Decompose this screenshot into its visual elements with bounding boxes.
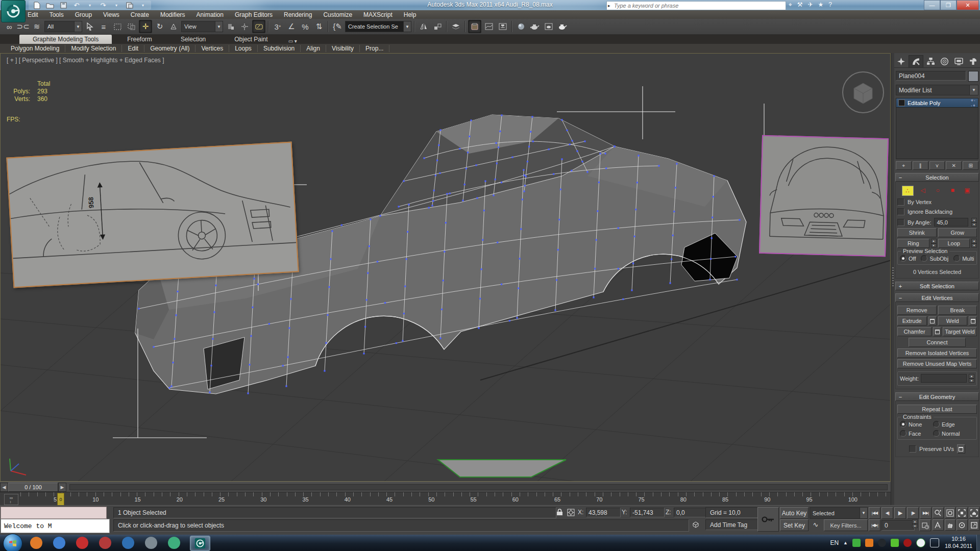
mesh-vertex[interactable]	[710, 258, 712, 260]
target-weld-button[interactable]: Target Weld	[943, 327, 977, 336]
weight-spinner[interactable]: ▲▼	[969, 374, 974, 383]
current-frame-field[interactable]: 0	[881, 520, 915, 531]
time-configuration-icon[interactable]	[919, 519, 931, 531]
mesh-vertex[interactable]	[439, 337, 441, 339]
percent-snap-icon[interactable]: %	[299, 20, 311, 33]
pin-stack-icon[interactable]: ⌖	[896, 161, 912, 170]
make-unique-icon[interactable]: ⋎	[929, 161, 945, 170]
repeat-last-button[interactable]: Repeat Last	[897, 405, 977, 414]
spinner-snap-icon[interactable]: ⇅	[313, 20, 325, 33]
mesh-vertex[interactable]	[499, 131, 501, 132]
mesh-vertex[interactable]	[449, 192, 451, 194]
mesh-vertex[interactable]	[556, 279, 557, 281]
mesh-vertex[interactable]	[734, 256, 736, 257]
mesh-vertex[interactable]	[441, 309, 443, 310]
preserve-uvs-checkbox[interactable]	[909, 445, 916, 453]
absolute-offset-mode-icon[interactable]	[566, 507, 576, 517]
key-filters-button[interactable]: Key Filters...	[824, 519, 868, 531]
mesh-vertex[interactable]	[713, 196, 714, 197]
ring-spinner[interactable]: ▲▼	[931, 239, 937, 247]
search-history-icon[interactable]: ▸	[607, 3, 613, 8]
mesh-vertex[interactable]	[522, 198, 523, 200]
stack-item-editable-poly[interactable]: Editable Poly +··+	[896, 98, 978, 108]
taskbar-app-icon[interactable]	[27, 536, 46, 550]
rendered-frame-window-icon[interactable]	[543, 20, 555, 33]
viewport-label[interactable]: [ + ] [ Perspective ] [ Smooth + Highlig…	[7, 57, 164, 64]
tray-icon-red[interactable]	[903, 539, 912, 547]
mesh-vertex[interactable]	[403, 313, 405, 314]
mesh-vertex[interactable]	[501, 182, 502, 183]
mesh-vertex[interactable]	[518, 287, 519, 289]
key-mode-dropdown[interactable]: Selected▼	[810, 507, 868, 519]
y-coordinate-field[interactable]: -51,743	[630, 508, 665, 517]
minimize-button[interactable]: —	[924, 0, 940, 10]
mesh-vertex[interactable]	[596, 239, 597, 241]
mesh-vertex[interactable]	[268, 323, 270, 324]
reference-coordinate-dropdown[interactable]: View▼	[181, 21, 223, 32]
time-ruler[interactable]: ▭↕ 5101520253035404550556065707580859095…	[0, 492, 891, 506]
menu-item[interactable]: Group	[75, 11, 92, 18]
show-desktop-button[interactable]	[976, 535, 980, 551]
remove-button[interactable]: Remove	[897, 306, 937, 315]
remove-unused-map-verts-button[interactable]: Remove Unused Map Verts	[897, 359, 977, 368]
mesh-vertex[interactable]	[445, 222, 447, 223]
default-in-out-tangent-icon[interactable]: ∿	[810, 519, 822, 530]
project-folder-icon[interactable]	[126, 1, 134, 9]
mesh-vertex[interactable]	[168, 387, 170, 388]
constraint-normal-radio[interactable]	[933, 430, 940, 437]
tab-hierarchy[interactable]	[923, 55, 938, 67]
mesh-vertex[interactable]	[476, 197, 478, 199]
help-icon[interactable]: ?	[828, 1, 832, 8]
mesh-vertex[interactable]	[330, 258, 331, 260]
infocenter-search[interactable]: ▸	[606, 1, 786, 10]
mesh-vertex[interactable]	[435, 174, 436, 176]
menu-item[interactable]: Views	[103, 11, 119, 18]
mesh-vertex[interactable]	[496, 142, 497, 144]
constraint-face-radio[interactable]	[900, 430, 906, 437]
qat-customize-icon[interactable]: ▾	[139, 1, 147, 9]
mesh-vertex[interactable]	[432, 200, 434, 202]
angle-spinner[interactable]: ▲▼	[971, 218, 977, 227]
mesh-vertex[interactable]	[709, 279, 710, 280]
connect-button[interactable]: Connect	[909, 338, 966, 347]
schematic-view-icon[interactable]	[497, 20, 509, 33]
save-file-icon[interactable]	[59, 1, 67, 9]
taskbar-app-icon[interactable]	[50, 536, 69, 550]
mesh-vertex[interactable]	[548, 148, 549, 150]
mesh-vertex[interactable]	[377, 261, 378, 262]
close-button[interactable]: ✕	[957, 0, 979, 10]
mesh-vertex[interactable]	[622, 298, 624, 300]
menu-item[interactable]: Animation	[197, 11, 224, 18]
mesh-vertex[interactable]	[324, 370, 325, 371]
tray-expand-icon[interactable]: ▲	[843, 540, 848, 545]
field-of-view-icon[interactable]	[933, 519, 944, 531]
select-by-name-icon[interactable]: ≡	[97, 20, 110, 33]
object-color-swatch[interactable]	[968, 71, 978, 82]
mesh-vertex[interactable]	[403, 180, 404, 182]
redo-icon[interactable]: ↷	[99, 1, 107, 9]
mesh-vertex[interactable]	[672, 235, 674, 236]
mesh-vertex[interactable]	[478, 327, 479, 329]
select-and-scale-icon[interactable]	[167, 20, 180, 33]
polygon-mode-icon[interactable]: ■	[947, 186, 958, 195]
mesh-vertex[interactable]	[408, 204, 409, 205]
mesh-vertex[interactable]	[363, 353, 364, 354]
mesh-vertex[interactable]	[524, 174, 525, 176]
taskbar-clock[interactable]: 10:16 18.04.2011	[941, 535, 976, 549]
extrude-settings-icon[interactable]	[928, 316, 937, 325]
pan-hand-icon[interactable]	[945, 519, 956, 531]
ribbon-panel-item[interactable]: Vertices	[195, 45, 229, 52]
selection-filter-dropdown[interactable]: All▼	[44, 21, 82, 32]
object-name-field[interactable]: Plane004	[896, 71, 966, 81]
mesh-vertex[interactable]	[511, 157, 513, 158]
set-keys-button[interactable]	[757, 507, 779, 532]
mesh-vertex[interactable]	[464, 184, 465, 185]
ribbon-panel-item[interactable]: Prop...	[360, 45, 389, 52]
mesh-vertex[interactable]	[614, 145, 615, 147]
loop-spinner[interactable]: ▲▼	[971, 239, 977, 247]
go-to-end-button[interactable]: ▶▶|	[920, 507, 932, 519]
mesh-vertex[interactable]	[475, 164, 477, 166]
weld-button[interactable]: Weld	[938, 316, 968, 325]
z-coordinate-field[interactable]: 0,0	[674, 508, 708, 517]
tray-icon-messenger[interactable]	[891, 539, 899, 547]
